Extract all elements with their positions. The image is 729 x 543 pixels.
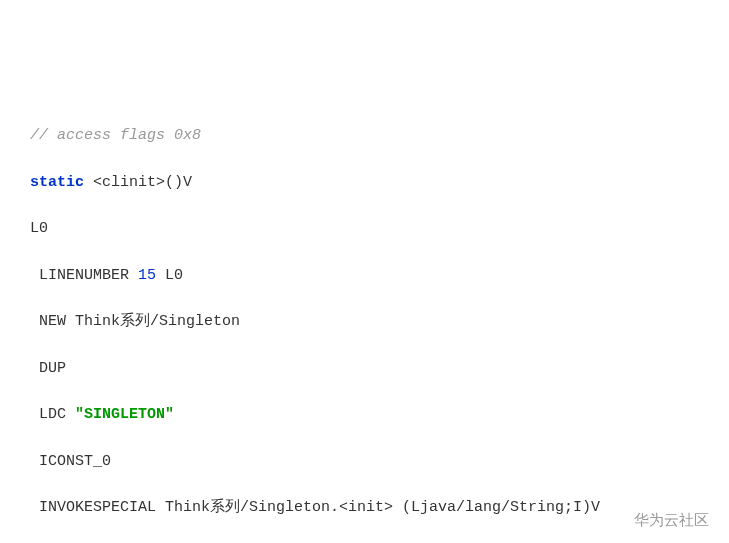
code-line: static <clinit>()V	[12, 171, 717, 194]
code-text: <clinit>()V	[84, 174, 192, 191]
code-line: INVOKESPECIAL Think系列/Singleton.<init> (…	[12, 496, 717, 519]
code-text: LINENUMBER	[12, 267, 138, 284]
code-line: DUP	[12, 357, 717, 380]
code-block: // access flags 0x8 static <clinit>()V L…	[12, 101, 717, 543]
comment: // access flags 0x8	[12, 127, 201, 144]
code-text: L0	[156, 267, 183, 284]
number-literal: 15	[138, 267, 156, 284]
code-line: LINENUMBER 15 L0	[12, 264, 717, 287]
keyword-static: static	[30, 174, 84, 191]
code-line: L0	[12, 217, 717, 240]
code-line: ICONST_0	[12, 450, 717, 473]
code-text: LDC	[12, 406, 75, 423]
code-line: // access flags 0x8	[12, 124, 717, 147]
code-line: NEW Think系列/Singleton	[12, 310, 717, 333]
string-literal: "SINGLETON"	[75, 406, 174, 423]
code-line: LDC "SINGLETON"	[12, 403, 717, 426]
